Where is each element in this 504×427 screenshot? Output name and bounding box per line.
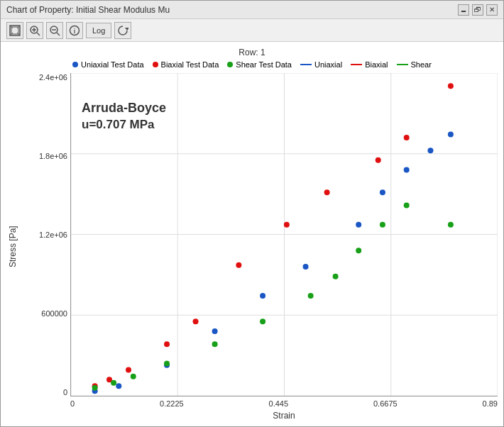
- fit-icon: [9, 25, 21, 36]
- biaxial-test-label: Biaxial Test Data: [161, 60, 219, 69]
- s-data-10: [380, 222, 385, 228]
- svg-text:i: i: [74, 28, 76, 35]
- chart-with-axes: Stress [Pa] 2.4e+06 1.8e+06 1.2e+06 6000…: [6, 73, 498, 421]
- b-data-8: [324, 189, 330, 195]
- biaxial-line-label: Biaxial: [365, 60, 388, 69]
- row-label: Row: 1: [6, 48, 498, 57]
- zoom-in-button[interactable]: [26, 22, 43, 39]
- x-tick-2: 0.445: [269, 399, 289, 408]
- reset-icon: [117, 25, 128, 36]
- zoom-out-icon: [49, 25, 60, 36]
- b-data-11: [448, 83, 454, 89]
- x-axis-label: Strain: [70, 411, 498, 421]
- uniaxial-test-dot: [72, 62, 78, 67]
- u-data-6: [303, 264, 309, 270]
- y-tick-0: 0: [23, 388, 67, 396]
- annotation-line1: Arruda-Boyce: [82, 101, 166, 115]
- u-data-10: [427, 148, 433, 153]
- x-tick-0: 0: [70, 399, 75, 408]
- x-axis-ticks: 0 0.2225 0.445 0.6675 0.89: [70, 396, 498, 408]
- x-tick-1: 0.2225: [160, 399, 184, 408]
- window-controls: 🗕 🗗 ✕: [458, 4, 498, 16]
- u-data-9: [404, 167, 410, 173]
- legend: Uniaxial Test Data Biaxial Test Data She…: [6, 60, 498, 69]
- b-data-6: [236, 262, 241, 268]
- title-bar: Chart of Property: Initial Shear Modulus…: [1, 1, 503, 19]
- shear-line-label: Shear: [411, 60, 432, 69]
- b-data-9: [376, 157, 381, 163]
- annotation-line2: u=0.707 MPa: [82, 118, 155, 131]
- u-data-2: [116, 383, 121, 389]
- x-tick-3: 0.6675: [373, 399, 398, 408]
- shear-test-label: Shear Test Data: [236, 60, 292, 69]
- b-data-4: [164, 341, 170, 347]
- s-data-2: [111, 380, 116, 386]
- y-tick-3: 1.8e+06: [23, 152, 67, 160]
- fit-to-window-button[interactable]: [6, 22, 23, 39]
- toolbar: i Log: [1, 19, 503, 42]
- b-data-10: [404, 135, 410, 140]
- s-data-9: [356, 248, 361, 253]
- maximize-button[interactable]: 🗗: [472, 4, 483, 16]
- window-title: Chart of Property: Initial Shear Modulus…: [6, 5, 170, 15]
- y-axis-ticks: 2.4e+06 1.8e+06 1.2e+06 600000 0: [21, 73, 70, 396]
- biaxial-test-dot: [153, 62, 158, 67]
- s-data-7: [308, 293, 314, 299]
- legend-biaxial-test: Biaxial Test Data: [153, 60, 219, 69]
- s-data-8: [333, 274, 339, 279]
- s-data-4: [164, 361, 170, 367]
- x-axis-ticks-container: 0 0.2225 0.445 0.6675 0.89: [70, 396, 498, 408]
- legend-shear-test: Shear Test Data: [227, 60, 292, 69]
- y-tick-2: 1.2e+06: [23, 231, 67, 239]
- info-button[interactable]: i: [66, 22, 83, 39]
- y-tick-4: 2.4e+06: [23, 73, 67, 82]
- s-data-3: [131, 374, 136, 379]
- u-data-11: [448, 131, 454, 137]
- b-data-5: [193, 318, 199, 324]
- b-data-7: [284, 222, 290, 228]
- legend-biaxial-line: Biaxial: [351, 60, 388, 69]
- s-data-5: [212, 341, 218, 347]
- legend-shear-line: Shear: [397, 60, 432, 69]
- chart-svg: Arruda-Boyce u=0.707 MPa: [70, 73, 498, 396]
- biaxial-line-swatch: [351, 64, 362, 65]
- x-tick-4: 0.89: [483, 399, 498, 408]
- svg-line-11: [57, 33, 60, 35]
- main-window: Chart of Property: Initial Shear Modulus…: [0, 0, 504, 427]
- shear-line-swatch: [397, 64, 408, 65]
- chart-area: Row: 1 Uniaxial Test Data Biaxial Test D…: [1, 42, 503, 426]
- uniaxial-line-label: Uniaxial: [314, 60, 342, 69]
- uniaxial-line-swatch: [300, 64, 312, 65]
- reset-button[interactable]: [114, 22, 131, 39]
- zoom-out-button[interactable]: [46, 22, 63, 39]
- u-data-4: [212, 328, 218, 334]
- legend-uniaxial-test: Uniaxial Test Data: [72, 60, 143, 69]
- minimize-button[interactable]: 🗕: [458, 4, 469, 16]
- legend-uniaxial-line: Uniaxial: [300, 60, 342, 69]
- s-data-6: [260, 318, 265, 324]
- s-data-1: [92, 385, 98, 391]
- svg-marker-15: [125, 28, 128, 30]
- u-data-7: [356, 222, 361, 228]
- log-button[interactable]: Log: [86, 23, 111, 38]
- s-data-11: [404, 203, 410, 209]
- u-data-8: [380, 189, 385, 195]
- y-axis-label: Stress [Pa]: [6, 73, 19, 421]
- y-tick-1: 600000: [23, 309, 67, 318]
- close-button[interactable]: ✕: [486, 4, 498, 16]
- info-icon: i: [69, 25, 80, 36]
- svg-line-7: [37, 33, 40, 35]
- shear-test-dot: [227, 62, 233, 67]
- s-data-12: [448, 222, 454, 228]
- b-data-3: [126, 367, 131, 373]
- zoom-in-icon: [29, 25, 40, 36]
- u-data-5: [260, 293, 265, 299]
- uniaxial-test-label: Uniaxial Test Data: [81, 60, 143, 69]
